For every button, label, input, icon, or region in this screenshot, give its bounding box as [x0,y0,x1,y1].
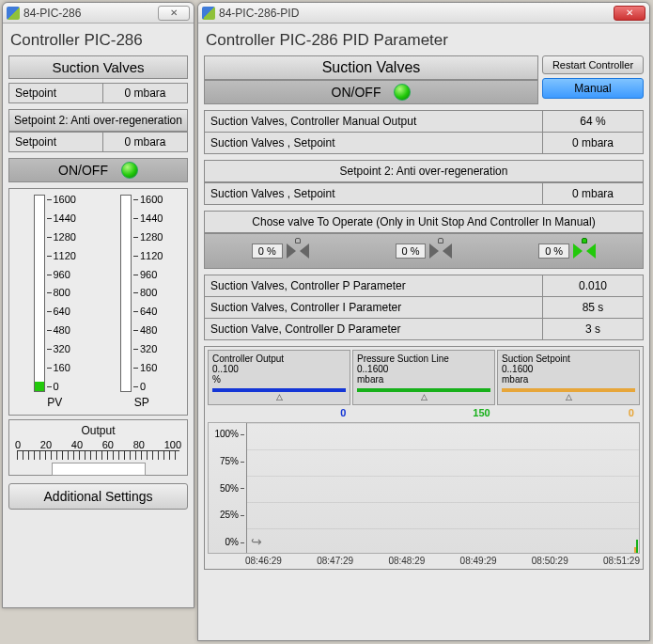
valve-icon [429,242,452,260]
output-panel: Output 020406080100 [8,419,188,476]
app-icon [7,7,20,20]
group-setpoint2: Setpoint 2: Anti over-regeneration [8,109,188,132]
additional-settings-button[interactable]: Additional Settings [8,483,188,510]
window-pid: 84-PIC-286-PID ✕ Controller PIC-286 PID … [197,2,650,641]
pid-param-value[interactable]: 85 s [542,297,644,319]
valve-bar: 0 % 0 % 0 % [204,233,644,269]
group-suction-valves: Suction Valves [8,55,188,79]
onoff-toggle[interactable]: ON/OFF [204,80,538,104]
chose-valve-label: Chose valve To Operate (Only in Unit Sto… [204,211,644,233]
manual-output-row: Suction Valves, Controller Manual Output… [204,110,644,133]
output-label: Output [13,424,183,437]
legend-value: 0 [496,407,640,418]
titlebar-right[interactable]: 84-PIC-286-PID ✕ [198,3,649,24]
pid-param-label: Suction Valves, Controller P Parameter [204,275,542,297]
onoff-label: ON/OFF [332,85,381,100]
legend-item[interactable]: Suction Setpoint0..1600mbara△ [497,350,640,405]
pv-bar [34,195,45,392]
manual-output-value[interactable]: 0 mbara [542,133,644,154]
titlebar-left[interactable]: 84-PIC-286 ✕ [3,3,194,24]
restart-controller-button[interactable]: Restart Controller [542,55,644,74]
legend-item[interactable]: Pressure Suction Line0..1600mbara△ [352,350,495,405]
pv-label: PV [47,396,62,409]
legend-item[interactable]: Controller Output0..100%△ [208,350,350,405]
onoff-label: ON/OFF [58,163,108,178]
pid-param-label: Suction Valve, Controller D Parameter [204,319,542,340]
valve-icon [287,242,309,260]
status-led-icon [121,162,138,179]
manual-output-label: Suction Valves , Setpoint [204,133,542,154]
pid-param-row: Suction Valves, Controller I Parameter85… [204,297,644,319]
window-controller: 84-PIC-286 ✕ Controller PIC-286 Suction … [2,2,194,608]
close-button[interactable]: ✕ [614,6,645,21]
window-title: 84-PIC-286-PID [219,7,606,20]
valve-1[interactable]: 0 % [252,242,309,260]
legend-value: 150 [351,407,495,418]
window-title: 84-PIC-286 [23,7,150,20]
manual-output-value[interactable]: 64 % [542,110,644,133]
sp2-label: Suction Valves , Setpoint [204,182,542,205]
group-suction-valves: Suction Valves [204,55,538,80]
sp2-value[interactable]: 0 mbara [542,182,644,205]
group-setpoint2: Setpoint 2: Anti over-regeneration [204,160,644,182]
output-value-field[interactable] [52,463,146,476]
valve-2[interactable]: 0 % [396,242,453,260]
pid-param-label: Suction Valves, Controller I Parameter [204,297,542,319]
sp-gauge: 16001440128011209608006404803201600 SP [120,195,163,409]
valve-2-pct: 0 % [396,243,427,259]
setpoint-label: Setpoint [9,84,102,102]
sp2-row: Suction Valves , Setpoint0 mbara [204,182,644,205]
pid-param-value[interactable]: 0.010 [542,275,644,297]
heading: Controller PIC-286 [8,29,188,55]
manual-output-row: Suction Valves , Setpoint0 mbara [204,133,644,154]
series-spike-orange [634,547,636,553]
valve-3[interactable]: 0 % [538,242,596,260]
sp-label: SP [134,396,149,409]
gauges-panel: 16001440128011209608006404803201600 PV 1… [8,188,188,416]
onoff-toggle[interactable]: ON/OFF [8,158,188,182]
setpoint2-label: Setpoint [9,133,102,151]
chart-nav-icon[interactable]: ↪ [251,534,262,549]
setpoint-value[interactable]: 0 mbara [102,84,187,102]
heading: Controller PIC-286 PID Parameter [204,29,644,55]
app-icon [202,7,215,20]
series-spike-green [636,540,638,553]
output-ruler [17,450,179,460]
manual-button[interactable]: Manual [542,78,644,99]
valve-icon [573,242,596,260]
pid-param-row: Suction Valve, Controller D Parameter3 s [204,319,644,340]
trend-chart[interactable]: 100%75%50%25%0% ↪ [208,422,640,554]
pid-param-row: Suction Valves, Controller P Parameter0.… [204,275,644,297]
legend-value: 0 [208,407,351,418]
pv-gauge: 16001440128011209608006404803201600 PV [34,195,76,409]
close-button[interactable]: ✕ [158,6,190,21]
valve-3-pct: 0 % [538,243,569,259]
setpoint2-value[interactable]: 0 mbara [102,133,187,151]
trend-panel: Controller Output0..100%△Pressure Suctio… [204,346,644,570]
sp-bar [120,195,132,392]
status-led-icon [394,84,411,101]
manual-output-label: Suction Valves, Controller Manual Output [204,110,542,133]
valve-1-pct: 0 % [252,243,283,259]
pid-param-value[interactable]: 3 s [542,319,644,340]
